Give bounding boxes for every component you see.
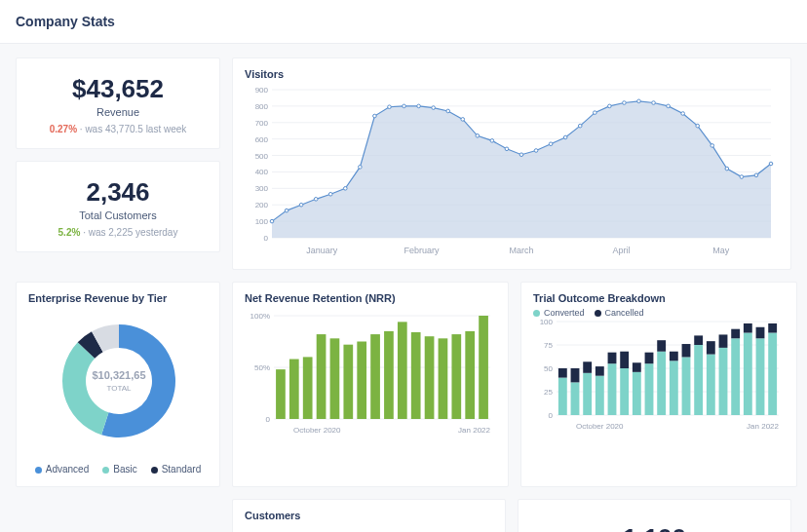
svg-rect-72 (330, 338, 340, 419)
kpi-revenue-value: $43,652 (26, 74, 210, 104)
svg-rect-76 (384, 331, 394, 419)
svg-point-45 (637, 99, 641, 103)
svg-rect-111 (645, 353, 654, 364)
svg-text:Jan 2022: Jan 2022 (458, 426, 490, 435)
svg-point-27 (373, 114, 377, 118)
svg-point-21 (285, 209, 288, 212)
svg-rect-123 (719, 334, 728, 347)
visitors-chart: 0100200300400500600700800900JanuaryFebru… (245, 84, 779, 259)
svg-rect-82 (465, 331, 475, 419)
svg-rect-130 (768, 333, 777, 415)
svg-rect-79 (425, 336, 435, 419)
svg-point-39 (549, 142, 553, 146)
svg-rect-109 (633, 362, 641, 372)
embedding-card: 1,100 Embedding users (518, 499, 791, 532)
svg-rect-121 (707, 341, 715, 354)
svg-rect-112 (657, 352, 666, 415)
svg-rect-117 (682, 344, 691, 357)
svg-rect-125 (731, 329, 740, 339)
kpi-customers-sub: 5.2% · was 2,225 yesterday (26, 227, 210, 238)
svg-text:600: 600 (255, 135, 269, 144)
svg-point-20 (270, 219, 274, 223)
svg-point-24 (328, 192, 332, 196)
svg-rect-73 (343, 345, 353, 419)
svg-rect-115 (670, 352, 678, 361)
svg-rect-103 (596, 366, 604, 376)
svg-rect-107 (620, 352, 629, 368)
kpi-customers-delta: 5.2% (58, 227, 81, 238)
svg-rect-119 (694, 335, 703, 345)
donut-title: Enterprise Revenue by Tier (28, 292, 208, 304)
kpi-column: $43,652 Revenue 0.27% · was 43,770.5 las… (16, 57, 220, 270)
legend-converted: Converted (533, 308, 585, 318)
svg-text:100: 100 (540, 318, 554, 326)
trial-legend: Converted Cancelled (533, 308, 785, 318)
trial-card: Trial Outcome Breakdown Converted Cancel… (520, 282, 797, 487)
svg-rect-120 (707, 355, 715, 415)
svg-rect-81 (451, 334, 461, 419)
svg-point-36 (505, 147, 509, 151)
nrr-title: Net Revenue Retention (NRR) (245, 292, 496, 304)
svg-rect-80 (439, 338, 448, 419)
svg-rect-114 (670, 361, 678, 415)
svg-text:October 2020: October 2020 (576, 422, 624, 431)
svg-rect-71 (317, 334, 327, 419)
svg-text:50%: 50% (254, 363, 270, 372)
svg-point-42 (593, 111, 596, 115)
svg-text:75: 75 (544, 341, 553, 350)
svg-rect-116 (682, 357, 691, 415)
customers-card: Customers Monthly (232, 499, 506, 532)
legend-basic: Basic (102, 464, 136, 475)
svg-point-34 (476, 133, 480, 137)
svg-rect-128 (756, 338, 765, 415)
svg-rect-102 (596, 376, 604, 415)
svg-point-26 (359, 166, 363, 170)
svg-rect-129 (756, 327, 765, 339)
visitors-title: Visitors (245, 68, 779, 80)
embedding-value: 1,100 (528, 523, 781, 532)
nrr-card: Net Revenue Retention (NRR) 050%100%Octo… (232, 282, 509, 487)
svg-rect-98 (571, 382, 580, 415)
svg-point-22 (299, 203, 303, 207)
svg-text:March: March (509, 246, 533, 255)
svg-text:February: February (404, 246, 441, 255)
svg-text:50: 50 (544, 364, 553, 373)
kpi-revenue-card: $43,652 Revenue 0.27% · was 43,770.5 las… (16, 57, 220, 149)
kpi-customers-label: Total Customers (26, 209, 210, 221)
page-title: Company Stats (0, 0, 807, 44)
svg-point-25 (343, 187, 347, 191)
svg-point-53 (754, 173, 758, 177)
svg-point-23 (314, 198, 318, 202)
svg-rect-101 (583, 361, 592, 373)
svg-point-33 (461, 118, 465, 122)
svg-point-48 (681, 112, 685, 116)
svg-text:200: 200 (255, 201, 269, 209)
svg-point-52 (740, 175, 744, 179)
svg-rect-104 (608, 363, 617, 415)
svg-rect-77 (398, 322, 407, 419)
svg-rect-110 (645, 363, 654, 415)
svg-point-44 (623, 101, 627, 105)
kpi-revenue-label: Revenue (26, 106, 210, 118)
legend-standard: Standard (151, 464, 202, 475)
svg-text:October 2020: October 2020 (293, 426, 341, 435)
svg-rect-124 (731, 338, 740, 415)
svg-text:TOTAL: TOTAL (106, 384, 132, 393)
svg-text:25: 25 (544, 388, 553, 397)
donut-card: Enterprise Revenue by Tier $10,321,65TOT… (16, 282, 220, 487)
kpi-customers-value: 2,346 (26, 177, 210, 208)
svg-text:May: May (712, 246, 730, 255)
svg-rect-100 (583, 373, 592, 415)
svg-rect-97 (558, 368, 567, 378)
svg-rect-69 (289, 360, 299, 419)
svg-text:April: April (612, 246, 630, 255)
svg-point-28 (388, 105, 392, 109)
svg-text:700: 700 (255, 119, 269, 128)
svg-text:January: January (306, 246, 338, 255)
svg-text:300: 300 (255, 184, 269, 193)
svg-rect-68 (276, 369, 286, 419)
svg-point-50 (711, 144, 714, 148)
svg-point-37 (519, 153, 523, 157)
donut-legend: Advanced Basic Standard (28, 464, 208, 475)
svg-text:0: 0 (549, 411, 554, 420)
